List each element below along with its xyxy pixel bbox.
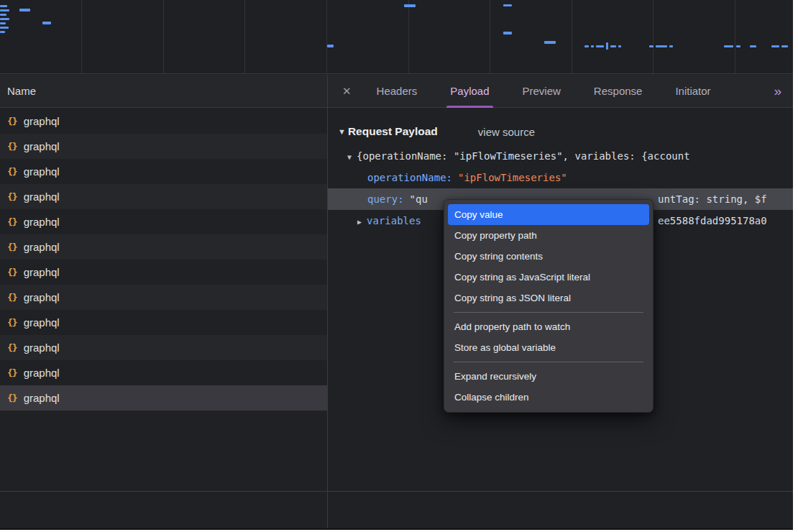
timeline-activity-bar bbox=[327, 45, 334, 47]
menu-item-copy-string-as-javascript-literal[interactable]: Copy string as JavaScript literal bbox=[448, 267, 649, 288]
json-braces-icon: {} bbox=[7, 191, 17, 202]
request-row[interactable]: {}graphql bbox=[0, 335, 327, 360]
request-row[interactable]: {}graphql bbox=[0, 285, 327, 310]
request-name: graphql bbox=[24, 316, 60, 329]
expanded-arrow-icon[interactable]: ▼ bbox=[347, 153, 352, 161]
menu-item-store-as-global-variable[interactable]: Store as global variable bbox=[448, 337, 649, 358]
request-row[interactable]: {}graphql bbox=[0, 209, 327, 234]
timeline-activity-bar bbox=[750, 45, 756, 47]
tab-response[interactable]: Response bbox=[594, 75, 643, 108]
timeline-activity-bar bbox=[42, 22, 51, 24]
detail-tabs-list: HeadersPayloadPreviewResponseInitiator bbox=[360, 75, 728, 107]
timeline-activity-bar bbox=[724, 45, 733, 47]
menu-item-copy-property-path[interactable]: Copy property path bbox=[448, 225, 649, 246]
property-value-fragment: ee5588fdad995178a0 bbox=[658, 210, 767, 231]
json-braces-icon: {} bbox=[7, 166, 17, 177]
timeline-activity-bar bbox=[503, 32, 512, 35]
property-value-fragment: untTag: string, $f bbox=[658, 188, 767, 210]
timeline-activity-bar bbox=[596, 45, 604, 47]
request-payload-header: ▼ Request Payload view source bbox=[328, 109, 793, 138]
request-row[interactable]: {}graphql bbox=[0, 360, 327, 385]
request-row[interactable]: {}graphql bbox=[0, 234, 327, 260]
timeline-activity-bar bbox=[618, 45, 621, 47]
json-braces-icon: {} bbox=[7, 292, 17, 303]
close-icon[interactable]: ✕ bbox=[328, 85, 360, 98]
timeline-activity-bar bbox=[404, 4, 416, 7]
menu-separator bbox=[454, 362, 643, 362]
menu-item-copy-string-contents[interactable]: Copy string contents bbox=[448, 246, 649, 267]
request-name: graphql bbox=[24, 191, 60, 203]
request-row[interactable]: {}graphql bbox=[0, 159, 327, 184]
timeline-activity-bar bbox=[771, 45, 779, 47]
tab-headers[interactable]: Headers bbox=[377, 75, 418, 108]
name-column-header[interactable]: Name bbox=[0, 75, 327, 107]
menu-item-collapse-children[interactable]: Collapse children bbox=[448, 387, 649, 408]
timeline-activity-bar bbox=[19, 9, 30, 12]
payload-root-preview: {operationName: "ipFlowTimeseries", vari… bbox=[357, 150, 690, 162]
timeline-activity-bar bbox=[0, 5, 7, 7]
json-braces-icon: {} bbox=[7, 367, 17, 378]
request-row[interactable]: {}graphql bbox=[0, 184, 327, 209]
json-braces-icon: {} bbox=[7, 317, 17, 328]
timeline-activity-bar bbox=[0, 18, 9, 20]
timeline-activity-bar bbox=[0, 9, 9, 12]
menu-item-copy-value[interactable]: Copy value bbox=[448, 204, 649, 225]
section-title: Request Payload bbox=[348, 125, 438, 138]
tab-payload[interactable]: Payload bbox=[450, 75, 489, 108]
menu-item-expand-recursively[interactable]: Expand recursively bbox=[448, 366, 649, 387]
view-source-link[interactable]: view source bbox=[478, 126, 535, 138]
json-braces-icon: {} bbox=[7, 267, 17, 278]
timeline-activity-bar bbox=[0, 27, 9, 29]
property-key: query: bbox=[367, 193, 404, 205]
timeline-activity-bar bbox=[669, 45, 673, 47]
timeline-activity-bar bbox=[649, 45, 653, 47]
tab-preview[interactable]: Preview bbox=[523, 75, 561, 108]
menu-item-add-property-path-to-watch[interactable]: Add property path to watch bbox=[448, 316, 649, 337]
request-row[interactable]: {}graphql bbox=[0, 134, 327, 159]
json-braces-icon: {} bbox=[7, 342, 17, 353]
collapsed-arrow-icon[interactable]: ▶ bbox=[357, 218, 362, 226]
menu-item-copy-string-as-json-literal[interactable]: Copy string as JSON literal bbox=[448, 288, 649, 308]
request-name: graphql bbox=[24, 392, 60, 404]
request-name: graphql bbox=[24, 165, 60, 178]
property-value: "ipFlowTimeseries" bbox=[458, 172, 567, 183]
request-name: graphql bbox=[24, 140, 60, 152]
request-row[interactable]: {}graphql bbox=[0, 310, 327, 335]
timeline-activity-bar bbox=[656, 45, 667, 47]
timeline-activity-bar bbox=[584, 45, 589, 47]
timeline-activity-bar bbox=[610, 45, 616, 47]
timeline-gridline bbox=[735, 0, 735, 73]
timeline-gridline bbox=[408, 0, 409, 73]
request-row[interactable]: {}graphql bbox=[0, 385, 327, 411]
timeline-activity-bar bbox=[0, 31, 5, 33]
timeline-gridline bbox=[490, 0, 490, 73]
request-row[interactable]: {}graphql bbox=[0, 260, 327, 285]
request-name: graphql bbox=[24, 216, 60, 228]
property-key: variables bbox=[367, 215, 421, 226]
payload-root-row[interactable]: ▼{operationName: "ipFlowTimeseries", var… bbox=[328, 145, 793, 167]
property-key: operationName: bbox=[367, 172, 452, 183]
timeline-activity-bar bbox=[591, 45, 594, 47]
tab-initiator[interactable]: Initiator bbox=[675, 75, 710, 108]
request-name: graphql bbox=[24, 291, 60, 303]
timeline-gridline bbox=[572, 0, 572, 73]
property-value-start: "qu bbox=[410, 193, 428, 205]
timeline-activity-bar bbox=[503, 4, 512, 6]
request-name: graphql bbox=[24, 241, 60, 253]
request-name: graphql bbox=[24, 266, 60, 278]
context-menu: Copy valueCopy property pathCopy string … bbox=[444, 199, 653, 413]
overflow-tabs-icon[interactable]: » bbox=[774, 83, 780, 99]
json-braces-icon: {} bbox=[7, 116, 17, 127]
footer-divider bbox=[0, 491, 793, 492]
operation-name-row[interactable]: operationName:"ipFlowTimeseries" bbox=[328, 167, 793, 188]
timeline-gridline bbox=[244, 0, 245, 73]
timeline-activity-bar bbox=[781, 45, 788, 47]
request-row[interactable]: {}graphql bbox=[0, 109, 327, 134]
json-braces-icon: {} bbox=[7, 216, 17, 227]
timeline-activity-bar bbox=[544, 41, 556, 44]
request-list: {}graphql{}graphql{}graphql{}graphql{}gr… bbox=[0, 109, 327, 411]
panel-header-bar: Name ✕ HeadersPayloadPreviewResponseInit… bbox=[0, 75, 793, 108]
network-overview-timeline[interactable] bbox=[0, 0, 793, 74]
json-braces-icon: {} bbox=[7, 141, 17, 152]
section-collapse-icon[interactable]: ▼ bbox=[338, 127, 346, 136]
